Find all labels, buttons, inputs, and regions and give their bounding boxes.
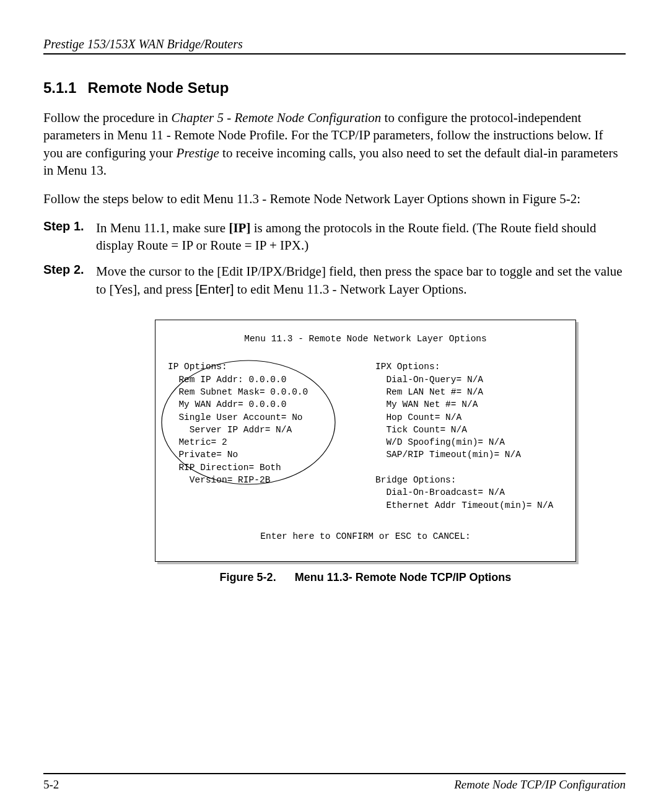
step-2-text: Move the cursor to the [Edit IP/IPX/Brid…	[96, 263, 626, 298]
p1-text-a: Follow the procedure in	[43, 110, 171, 125]
menu-ip-options: IP Options: Rem IP Addr: 0.0.0.0 Rem Sub…	[168, 360, 375, 512]
step-2: Step 2. Move the cursor to the [Edit IP/…	[43, 263, 626, 298]
footer-page-number: 5-2	[43, 778, 59, 792]
menu-body: IP Options: Rem IP Addr: 0.0.0.0 Rem Sub…	[168, 360, 563, 512]
section-title-text: Remote Node Setup	[87, 79, 229, 96]
figure-caption-text: Menu 11.3- Remote Node TCP/IP Options	[295, 571, 512, 583]
menu-screenshot: Menu 11.3 - Remote Node Network Layer Op…	[155, 320, 576, 562]
steps-list: Step 1. In Menu 11.1, make sure [IP] is …	[43, 219, 626, 298]
header-title: Prestige 153/153X WAN Bridge/Routers	[43, 37, 626, 55]
step-2-label: Step 2.	[43, 263, 96, 298]
footer-chapter-title: Remote Node TCP/IP Configuration	[454, 778, 626, 792]
section-number: 5.1.1	[43, 79, 76, 96]
step-2-text-b: to edit Menu 11.3 - Network Layer Option…	[234, 282, 466, 297]
p1-italic-product: Prestige	[177, 146, 219, 160]
menu-title: Menu 11.3 - Remote Node Network Layer Op…	[168, 333, 563, 345]
page-header: Prestige 153/153X WAN Bridge/Routers	[43, 37, 626, 55]
menu-footer-prompt: Enter here to CONFIRM or ESC to CANCEL:	[168, 530, 563, 543]
section-heading: 5.1.1Remote Node Setup	[43, 79, 626, 97]
figure-5-2: Menu 11.3 - Remote Node Network Layer Op…	[155, 320, 576, 584]
step-2-key: [Enter]	[196, 282, 234, 296]
step-1: Step 1. In Menu 11.1, make sure [IP] is …	[43, 219, 626, 255]
intro-paragraph-1: Follow the procedure in Chapter 5 - Remo…	[43, 109, 626, 179]
intro-paragraph-2: Follow the steps below to edit Menu 11.3…	[43, 190, 626, 207]
page-footer: 5-2 Remote Node TCP/IP Configuration	[43, 773, 626, 792]
figure-caption: Figure 5-2. Menu 11.3- Remote Node TCP/I…	[155, 571, 576, 584]
step-1-text: In Menu 11.1, make sure [IP] is among th…	[96, 219, 626, 255]
step-1-bold: [IP]	[229, 220, 250, 235]
step-1-label: Step 1.	[43, 219, 96, 255]
menu-ipx-bridge-options: IPX Options: Dial-On-Query= N/A Rem LAN …	[375, 360, 563, 512]
figure-number: Figure 5-2.	[220, 571, 276, 583]
p1-italic-ref: Chapter 5 - Remote Node Configuration	[171, 110, 381, 125]
step-1-text-a: In Menu 11.1, make sure	[96, 220, 229, 235]
